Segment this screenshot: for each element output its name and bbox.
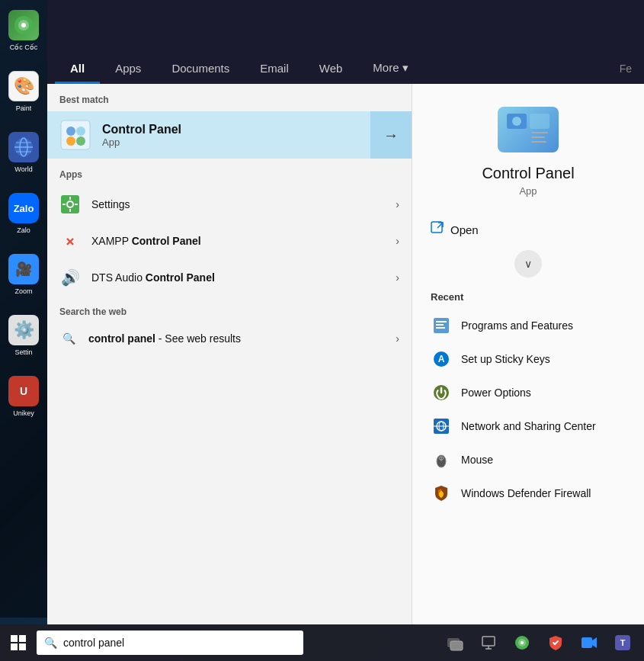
power-icon — [431, 382, 452, 403]
programs-icon — [431, 315, 452, 336]
mouse-icon — [431, 449, 452, 470]
dts-arrow: › — [396, 271, 399, 284]
zoom-label: Zoom — [14, 287, 32, 295]
xampp-label: XAMPP Control Panel — [91, 235, 396, 247]
unikey-icon[interactable]: U Unikey — [1, 366, 46, 427]
cococ-icon[interactable]: Cốc Cốc — [1, 0, 46, 61]
tab-web[interactable]: Web — [304, 53, 358, 84]
dts-label: DTS Audio Control Panel — [91, 271, 396, 284]
tab-apps[interactable]: Apps — [100, 53, 156, 84]
svg-rect-30 — [436, 324, 444, 326]
right-app-sub: App — [519, 185, 537, 197]
recent-sticky-keys[interactable]: A Set up Sticky Keys — [412, 342, 644, 376]
recent-programs-label: Programs and Features — [461, 319, 573, 332]
svg-rect-17 — [62, 204, 66, 205]
expand-button[interactable]: ∨ — [514, 250, 542, 278]
taskbar-window-icon[interactable] — [440, 627, 470, 658]
taskbar-coccoc-taskbar[interactable] — [507, 627, 537, 658]
recent-network-label: Network and Sharing Center — [461, 420, 596, 432]
taskbar-search-box[interactable]: 🔍 control panel — [37, 631, 303, 655]
recent-programs-features[interactable]: Programs and Features — [412, 309, 644, 342]
start-button[interactable] — [0, 624, 37, 661]
best-match-sub: App — [102, 136, 412, 148]
recent-label: Recent — [412, 284, 644, 309]
recent-power-label: Power Options — [461, 387, 531, 399]
svg-rect-23 — [531, 132, 548, 133]
settings-app-item[interactable]: Settings › — [47, 186, 412, 223]
best-match-item[interactable]: Control Panel App → — [47, 111, 412, 159]
left-panel: Best match Control Panel — [47, 84, 412, 625]
svg-point-10 — [76, 127, 85, 136]
svg-point-21 — [512, 117, 521, 126]
taskbar-zoom-icon[interactable] — [574, 627, 604, 658]
recent-mouse[interactable]: Mouse — [412, 443, 644, 476]
tab-documents[interactable]: Documents — [156, 53, 245, 84]
taskbar: 🔍 control panel — [0, 624, 644, 661]
svg-rect-25 — [531, 141, 546, 143]
svg-rect-42 — [11, 635, 18, 642]
tab-email[interactable]: Email — [245, 53, 304, 84]
best-match-label: Best match — [47, 84, 412, 111]
taskbar-right-icons: T — [440, 627, 644, 658]
open-button[interactable]: Open — [412, 215, 644, 244]
settings-app-icon — [59, 194, 81, 215]
right-panel: Control Panel App Open ∨ Recent — [412, 84, 644, 625]
svg-point-12 — [76, 136, 85, 146]
world-label: World — [14, 165, 32, 173]
zalo-label: Zalo — [17, 226, 30, 234]
nav-bar: All Apps Documents Email Web More ▾ Fe — [47, 0, 644, 84]
svg-point-9 — [66, 127, 75, 136]
world-icon[interactable]: World — [1, 122, 46, 183]
svg-point-11 — [66, 136, 75, 146]
search-web-arrow: › — [396, 332, 399, 345]
svg-rect-26 — [431, 222, 442, 233]
best-match-text: Control Panel App — [102, 123, 412, 148]
svg-rect-43 — [19, 635, 26, 642]
svg-rect-29 — [436, 321, 447, 322]
svg-rect-15 — [69, 197, 71, 200]
paint-icon-desktop[interactable]: 🎨 Paint — [1, 61, 46, 122]
svg-point-2 — [21, 23, 26, 27]
sticky-keys-icon: A — [431, 348, 452, 370]
recent-power[interactable]: Power Options — [412, 376, 644, 409]
taskbar-search-icon: 🔍 — [44, 637, 57, 649]
svg-rect-22 — [530, 114, 549, 129]
zalo-icon[interactable]: Zalo Zalo — [1, 183, 46, 244]
open-icon — [431, 221, 444, 238]
start-menu: All Apps Documents Email Web More ▾ Fe B… — [47, 0, 644, 625]
svg-text:A: A — [438, 354, 445, 364]
desktop-sidebar: Cốc Cốc 🎨 Paint World Zalo — [0, 0, 47, 618]
dts-item[interactable]: 🔊 DTS Audio Control Panel › — [47, 259, 412, 296]
search-results: Best match Control Panel — [47, 84, 644, 625]
right-control-panel-icon — [498, 107, 559, 152]
search-web-text: control panel - See web results — [88, 332, 396, 345]
tab-more[interactable]: More ▾ — [357, 52, 423, 84]
taskbar-search-text[interactable]: control panel — [63, 637, 124, 649]
svg-rect-48 — [482, 637, 495, 646]
taskbar-teams-icon[interactable]: T — [607, 627, 638, 658]
search-web-icon: 🔍 — [59, 329, 78, 348]
dts-icon: 🔊 — [59, 267, 81, 288]
svg-rect-54 — [582, 637, 592, 648]
best-match-arrow-button[interactable]: → — [370, 111, 412, 159]
taskbar-network-icon[interactable] — [473, 627, 504, 658]
recent-sticky-keys-label: Set up Sticky Keys — [461, 353, 550, 365]
recent-network[interactable]: Network and Sharing Center — [412, 409, 644, 443]
tab-all[interactable]: All — [55, 53, 100, 84]
svg-text:T: T — [620, 638, 626, 647]
xampp-arrow: › — [396, 235, 399, 247]
network-icon — [431, 416, 452, 437]
settings-app-arrow: › — [396, 198, 399, 210]
paint-label: Paint — [16, 104, 32, 112]
search-web-label: Search the web — [47, 296, 412, 322]
open-label: Open — [450, 223, 479, 236]
taskbar-shield-icon[interactable] — [540, 627, 571, 658]
search-web-item[interactable]: 🔍 control panel - See web results › — [47, 322, 412, 355]
settings-app-label: Settings — [91, 198, 396, 210]
recent-firewall[interactable]: Windows Defender Firewall — [412, 476, 644, 510]
svg-rect-31 — [436, 327, 445, 329]
recent-firewall-label: Windows Defender Firewall — [461, 487, 591, 499]
xampp-item[interactable]: × XAMPP Control Panel › — [47, 223, 412, 259]
settings-icon-desktop[interactable]: ⚙️ Settin — [1, 305, 46, 366]
zoom-icon[interactable]: 🎥 Zoom — [1, 244, 46, 305]
